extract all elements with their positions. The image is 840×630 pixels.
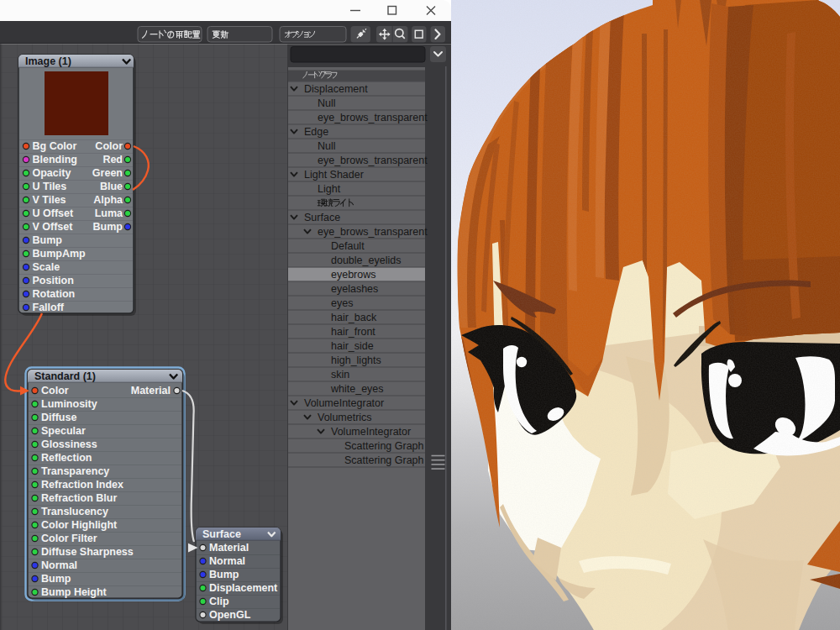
svg-text:U Offset: U Offset bbox=[33, 207, 74, 219]
svg-text:Specular: Specular bbox=[41, 425, 86, 437]
svg-text:Scale: Scale bbox=[33, 261, 60, 273]
svg-text:Displacement: Displacement bbox=[209, 582, 278, 594]
svg-text:Bump: Bump bbox=[33, 234, 63, 246]
svg-text:Bump: Bump bbox=[209, 569, 239, 580]
svg-text:U Tiles: U Tiles bbox=[33, 181, 67, 192]
svg-text:Color Highlight: Color Highlight bbox=[41, 519, 118, 531]
svg-text:skin: skin bbox=[331, 369, 349, 381]
svg-text:Displacement: Displacement bbox=[304, 83, 368, 95]
svg-text:Light: Light bbox=[318, 183, 341, 195]
svg-text:Scattering Graph: Scattering Graph bbox=[344, 454, 424, 466]
svg-text:Scattering Graph: Scattering Graph bbox=[344, 440, 424, 452]
svg-text:Image (1): Image (1) bbox=[25, 55, 71, 67]
svg-text:Normal: Normal bbox=[41, 559, 77, 571]
svg-text:Null: Null bbox=[318, 97, 336, 109]
svg-text:Volumetrics: Volumetrics bbox=[318, 412, 372, 423]
svg-text:Bump Height: Bump Height bbox=[41, 586, 108, 598]
svg-text:eye_brows_transparent: eye_brows_transparent bbox=[318, 155, 428, 166]
svg-text:Material: Material bbox=[131, 385, 171, 396]
svg-text:Rotation: Rotation bbox=[33, 288, 76, 300]
svg-text:V Tiles: V Tiles bbox=[33, 194, 66, 206]
svg-text:Standard (1): Standard (1) bbox=[34, 370, 96, 382]
svg-text:Color: Color bbox=[95, 140, 123, 152]
svg-text:BumpAmp: BumpAmp bbox=[33, 248, 87, 260]
svg-text:Surface: Surface bbox=[202, 528, 241, 540]
svg-text:Color Filter: Color Filter bbox=[41, 533, 97, 544]
svg-text:Glossiness: Glossiness bbox=[41, 438, 97, 450]
svg-text:VolumeIntegrator: VolumeIntegrator bbox=[304, 397, 384, 409]
svg-text:Surface: Surface bbox=[304, 212, 340, 223]
svg-text:eyebrows: eyebrows bbox=[331, 269, 376, 281]
svg-text:Default: Default bbox=[331, 240, 365, 252]
svg-text:white_eyes: white_eyes bbox=[330, 383, 384, 395]
svg-text:Position: Position bbox=[33, 275, 74, 286]
svg-text:hair_side: hair_side bbox=[331, 340, 374, 352]
svg-text:Color: Color bbox=[41, 385, 69, 396]
svg-text:Transparency: Transparency bbox=[41, 465, 109, 477]
svg-text:Edge: Edge bbox=[304, 126, 328, 138]
svg-text:Refraction Index: Refraction Index bbox=[41, 479, 123, 491]
svg-text:Null: Null bbox=[318, 140, 336, 152]
svg-text:Diffuse Sharpness: Diffuse Sharpness bbox=[41, 546, 134, 558]
svg-text:Blending: Blending bbox=[33, 154, 77, 165]
svg-text:Luma: Luma bbox=[95, 207, 123, 219]
svg-text:Bg Color: Bg Color bbox=[33, 140, 77, 152]
svg-text:Normal: Normal bbox=[209, 555, 245, 567]
svg-text:eyes: eyes bbox=[331, 297, 353, 309]
svg-text:high_lights: high_lights bbox=[331, 354, 381, 366]
svg-text:Green: Green bbox=[92, 167, 123, 179]
svg-text:OpenGL: OpenGL bbox=[209, 609, 251, 621]
svg-text:Red: Red bbox=[102, 154, 123, 165]
svg-text:eye_brows_transparent: eye_brows_transparent bbox=[318, 112, 428, 123]
svg-text:Opacity: Opacity bbox=[33, 167, 71, 179]
svg-text:VolumeIntegrator: VolumeIntegrator bbox=[331, 426, 411, 438]
svg-text:Material: Material bbox=[209, 542, 249, 554]
svg-text:Luminosity: Luminosity bbox=[41, 398, 97, 410]
svg-text:eyelashes: eyelashes bbox=[331, 283, 378, 295]
svg-text:double_eyelids: double_eyelids bbox=[331, 255, 401, 266]
svg-text:Diffuse: Diffuse bbox=[41, 412, 76, 423]
svg-text:Bump: Bump bbox=[41, 573, 71, 585]
svg-text:Bump: Bump bbox=[93, 221, 123, 233]
svg-text:V Offset: V Offset bbox=[33, 221, 74, 233]
svg-text:Blue: Blue bbox=[100, 181, 123, 192]
svg-text:Clip: Clip bbox=[209, 596, 229, 607]
svg-text:hair_back: hair_back bbox=[331, 312, 377, 323]
svg-text:Reflection: Reflection bbox=[41, 452, 92, 464]
svg-text:Alpha: Alpha bbox=[93, 194, 123, 206]
svg-text:hair_front: hair_front bbox=[331, 326, 375, 338]
svg-text:Translucency: Translucency bbox=[41, 506, 108, 517]
svg-text:Light Shader: Light Shader bbox=[304, 169, 364, 181]
svg-text:Falloff: Falloff bbox=[33, 302, 65, 313]
svg-text:eye_brows_transparent: eye_brows_transparent bbox=[318, 226, 428, 238]
svg-text:Refraction Blur: Refraction Blur bbox=[41, 492, 117, 504]
